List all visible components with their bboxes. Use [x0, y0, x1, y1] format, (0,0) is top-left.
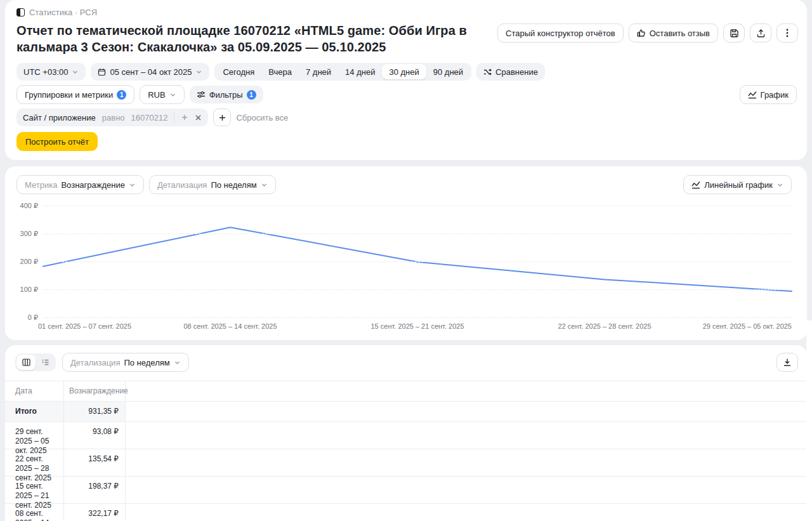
download-table-button[interactable] [776, 353, 798, 372]
table-row-value: 93,08 ₽ [63, 422, 126, 449]
graph-toggle-label: График [761, 90, 789, 100]
calendar-icon [98, 68, 106, 76]
table-row-date: 22 сент. 2025 – 28 сент. 2025 [5, 449, 63, 477]
breadcrumb-label: Статистика · РСЯ [29, 8, 97, 17]
export-icon [756, 29, 766, 38]
chart-plot-area [43, 206, 792, 317]
currency-select[interactable]: RUB [140, 85, 184, 104]
more-actions-button[interactable] [776, 23, 798, 43]
save-icon [730, 29, 739, 38]
filter-value[interactable]: 16070212 [131, 113, 168, 122]
table-row-value: 135,54 ₽ [63, 449, 126, 477]
thumbs-up-icon [637, 29, 646, 37]
chart-type-select[interactable]: Линейный график [683, 175, 792, 194]
chip-divider [174, 113, 174, 122]
chart-x-axis: 01 сент. 2025 – 07 сент. 202508 сент. 20… [43, 322, 792, 335]
table-view-button[interactable] [16, 355, 36, 370]
chevron-down-icon [776, 181, 783, 188]
plus-icon [218, 114, 226, 122]
x-tick-label: 15 сент. 2025 – 21 сент. 2025 [370, 322, 464, 330]
gridline [43, 261, 792, 262]
table-row-value: 198,37 ₽ [63, 477, 126, 504]
table-view-icon [22, 359, 30, 366]
total-row-filler [126, 402, 807, 422]
gridline [43, 289, 792, 290]
column-header-date[interactable]: Дата [5, 381, 63, 402]
pivot-view-icon [41, 359, 49, 366]
filter-field: Сайт / приложение [23, 113, 96, 122]
add-value-icon[interactable] [181, 114, 188, 121]
remove-filter-icon[interactable] [195, 114, 202, 121]
line-chart[interactable]: 0 ₽100 ₽200 ₽300 ₽400 ₽ [16, 206, 792, 317]
y-tick-label: 300 ₽ [20, 230, 38, 238]
x-tick-label: 01 сент. 2025 – 07 сент. 2025 [38, 322, 131, 330]
column-header-filler [126, 381, 807, 402]
column-header-reward[interactable]: Вознаграждение [63, 381, 126, 402]
total-row-label: Итого [5, 402, 63, 422]
x-tick-label: 29 сент. 2025 – 05 окт. 2025 [703, 322, 792, 330]
detail-label: Детализация [157, 180, 207, 190]
groupings-count-badge: 1 [117, 90, 126, 100]
table-row-filler [126, 449, 807, 477]
export-button[interactable] [750, 23, 771, 43]
timezone-select[interactable]: UTC +03:00 [16, 63, 86, 81]
table-card: Детализация По неделям Дата Вознагражден… [5, 345, 807, 521]
x-tick-label: 08 сент. 2025 – 14 сент. 2025 [183, 322, 277, 330]
filters-label: Фильтры [209, 90, 243, 100]
gridline [43, 234, 792, 234]
quick-range-Вчера[interactable]: Вчера [261, 64, 299, 79]
quick-range-7-дней[interactable]: 7 дней [299, 64, 338, 79]
column-header-reward-label: Вознаграждение [69, 386, 128, 396]
groupings-metrics-button[interactable]: Группировки и метрики 1 [16, 85, 134, 104]
table-row-date: 15 сент. 2025 – 21 сент. 2025 [5, 477, 63, 504]
reset-all-link[interactable]: Сбросить все [236, 113, 288, 122]
timezone-value: UTC +03:00 [23, 67, 68, 77]
pivot-view-button[interactable] [36, 355, 55, 370]
chart-detail-select[interactable]: Детализация По неделям [149, 175, 276, 194]
y-tick-label: 100 ₽ [20, 286, 38, 294]
graph-toggle-button[interactable]: График [740, 85, 797, 104]
add-filter-button[interactable] [213, 109, 231, 126]
filter-condition-chip[interactable]: Сайт / приложение равно 16070212 [16, 109, 208, 126]
chevron-down-icon [129, 181, 136, 188]
leave-feedback-button[interactable]: Оставить отзыв [629, 23, 718, 43]
detail-value: По неделям [124, 358, 169, 367]
page-title: Отчет по тематической площадке 16070212 … [16, 22, 497, 55]
old-report-builder-button[interactable]: Старый конструктор отчётов [497, 23, 624, 43]
scrollbar-track[interactable] [806, 320, 812, 521]
leave-feedback-label: Оставить отзыв [650, 29, 710, 38]
quick-range-30-дней[interactable]: 30 дней [382, 64, 426, 79]
x-tick-label: 22 сент. 2025 – 28 сент. 2025 [558, 322, 651, 330]
quick-range-14-дней[interactable]: 14 дней [338, 64, 382, 79]
quick-range-Сегодня[interactable]: Сегодня [216, 64, 261, 79]
download-icon [783, 358, 792, 367]
compare-icon [483, 68, 492, 76]
breadcrumb[interactable]: Статистика · РСЯ [16, 8, 798, 17]
compare-button[interactable]: Сравнение [476, 63, 545, 81]
filter-operator[interactable]: равно [102, 113, 125, 122]
filters-count-badge: 1 [247, 90, 256, 100]
quick-range-group: СегодняВчера7 дней14 дней30 дней90 дней [214, 63, 471, 81]
partner-app-icon [16, 8, 25, 16]
build-report-button[interactable]: Построить отчёт [16, 132, 98, 151]
table-row-date: 29 сент. 2025 – 05 окт. 2025 [5, 422, 63, 449]
chart-y-axis: 0 ₽100 ₽200 ₽300 ₽400 ₽ [16, 206, 43, 317]
date-range-select[interactable]: 05 сент – 04 окт 2025 [91, 63, 209, 81]
filters-button[interactable]: Фильтры 1 [190, 86, 263, 103]
data-table: Дата Вознаграждение Итого 931,35 ₽ 29 се… [5, 381, 807, 521]
chart-card: Метрика Вознаграждение Детализация По не… [5, 166, 807, 340]
chevron-down-icon [72, 69, 79, 76]
y-tick-label: 400 ₽ [20, 202, 38, 210]
table-row-filler [126, 477, 807, 504]
quick-range-90-дней[interactable]: 90 дней [426, 64, 470, 79]
save-report-button[interactable] [723, 23, 745, 43]
table-row-filler [126, 504, 807, 521]
total-row-value: 931,35 ₽ [63, 402, 126, 422]
metric-select[interactable]: Метрика Вознаграждение [16, 175, 144, 194]
line-chart-icon [691, 181, 700, 189]
table-detail-select[interactable]: Детализация По неделям [62, 353, 189, 372]
table-row-date: 08 сент. 2025 – 14 сент. 2025 [5, 504, 63, 521]
detail-label: Детализация [70, 358, 120, 367]
metric-value: Вознаграждение [61, 180, 125, 190]
chevron-down-icon [174, 359, 181, 366]
